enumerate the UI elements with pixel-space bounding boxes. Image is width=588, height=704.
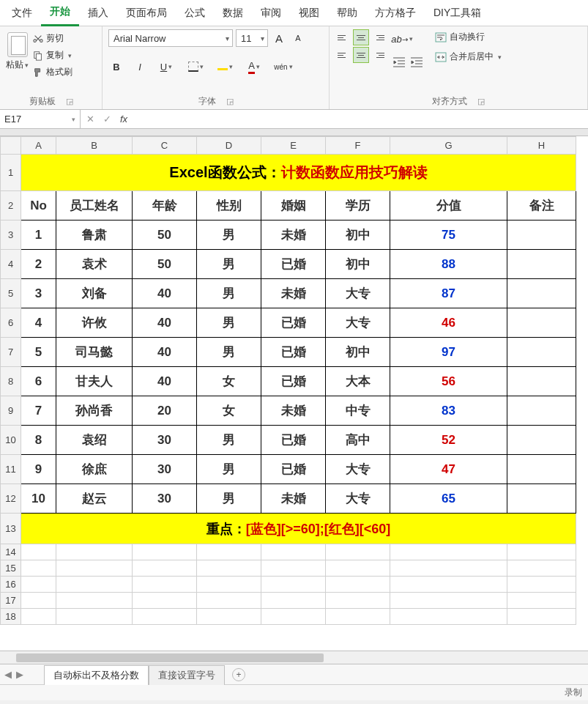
tab-nav-next[interactable]: ▶ — [16, 669, 23, 680]
paste-button[interactable]: 粘贴▾ — [6, 59, 29, 71]
col-header-D[interactable]: D — [197, 137, 261, 155]
horizontal-scrollbar[interactable] — [0, 651, 588, 664]
cell[interactable] — [133, 544, 197, 560]
row-header[interactable]: 14 — [1, 544, 21, 560]
cell[interactable] — [507, 396, 576, 426]
cell-score[interactable]: 88 — [390, 250, 507, 279]
align-top-right[interactable] — [371, 29, 387, 45]
menu-pagelayout[interactable]: 页面布局 — [117, 0, 176, 26]
cell[interactable]: 8 — [21, 426, 56, 455]
sheet-tab[interactable]: 直接设置字号 — [149, 665, 225, 685]
cell-score[interactable]: 46 — [390, 308, 507, 338]
italic-button[interactable]: I — [132, 59, 148, 75]
row-header[interactable]: 8 — [1, 367, 21, 396]
cell-score[interactable]: 75 — [390, 221, 507, 250]
row-header[interactable]: 18 — [1, 609, 21, 625]
cell[interactable]: 20 — [133, 396, 197, 426]
cell[interactable] — [390, 593, 507, 609]
cell[interactable]: 40 — [133, 279, 197, 308]
row-header[interactable]: 11 — [1, 455, 21, 484]
cell[interactable]: 甘夫人 — [56, 367, 133, 396]
cell[interactable]: 员工姓名 — [56, 191, 133, 221]
sheet-tab-active[interactable]: 自动标出不及格分数 — [44, 665, 149, 685]
cell[interactable]: 袁绍 — [56, 426, 133, 455]
cell[interactable] — [261, 593, 326, 609]
cell[interactable]: 已婚 — [261, 338, 326, 367]
cell[interactable]: 已婚 — [261, 250, 326, 279]
row-header[interactable]: 1 — [1, 155, 21, 191]
cell[interactable] — [21, 577, 56, 593]
row-header[interactable]: 6 — [1, 308, 21, 338]
cell[interactable] — [261, 544, 326, 560]
formula-cancel-button[interactable]: ✕ — [86, 114, 94, 125]
cell[interactable] — [21, 544, 56, 560]
cell[interactable]: 分值 — [390, 191, 507, 221]
row-header[interactable]: 10 — [1, 426, 21, 455]
cell[interactable] — [21, 560, 56, 577]
cell[interactable]: 男 — [197, 455, 261, 484]
cell[interactable]: 40 — [133, 367, 197, 396]
menu-help[interactable]: 帮助 — [328, 0, 366, 26]
col-header-F[interactable]: F — [326, 137, 390, 155]
cell[interactable]: 30 — [133, 455, 197, 484]
cell[interactable] — [56, 593, 133, 609]
menu-review[interactable]: 审阅 — [252, 0, 290, 26]
fill-color-button[interactable]: ▾ — [214, 59, 236, 75]
cell[interactable]: 1 — [21, 221, 56, 250]
cell[interactable]: 4 — [21, 308, 56, 338]
cell[interactable]: 女 — [197, 396, 261, 426]
pinyin-button[interactable]: wén▾ — [272, 59, 294, 75]
title-cell[interactable]: Excel函数公式：计数函数应用技巧解读 — [21, 155, 576, 191]
cell[interactable]: 初中 — [326, 221, 390, 250]
cell[interactable]: 年龄 — [133, 191, 197, 221]
cell[interactable] — [507, 577, 576, 593]
font-color-button[interactable]: A▾ — [243, 59, 265, 75]
merge-center-button[interactable]: 合并后居中▾ — [435, 51, 502, 63]
cell[interactable]: 已婚 — [261, 308, 326, 338]
cell[interactable] — [197, 577, 261, 593]
cell[interactable]: No — [21, 191, 56, 221]
menu-diy[interactable]: DIY工具箱 — [425, 0, 490, 26]
cell[interactable]: 30 — [133, 484, 197, 514]
decrease-font-button[interactable]: A — [290, 30, 306, 46]
cell[interactable]: 性别 — [197, 191, 261, 221]
cell[interactable]: 大专 — [326, 308, 390, 338]
clipboard-dialog-launcher[interactable]: ◲ — [66, 97, 73, 106]
cell[interactable]: 学历 — [326, 191, 390, 221]
col-header-G[interactable]: G — [390, 137, 507, 155]
cell[interactable]: 男 — [197, 250, 261, 279]
cell[interactable] — [507, 609, 576, 625]
cell[interactable] — [133, 609, 197, 625]
cell[interactable]: 男 — [197, 279, 261, 308]
cell[interactable]: 徐庶 — [56, 455, 133, 484]
cell[interactable]: 男 — [197, 338, 261, 367]
cell[interactable]: 初中 — [326, 250, 390, 279]
cell[interactable]: 未婚 — [261, 396, 326, 426]
cell-score[interactable]: 56 — [390, 367, 507, 396]
cell[interactable] — [326, 560, 390, 577]
align-top-left[interactable] — [335, 29, 351, 45]
cell[interactable]: 6 — [21, 367, 56, 396]
cell[interactable] — [261, 609, 326, 625]
cell[interactable] — [507, 338, 576, 367]
cell[interactable] — [197, 560, 261, 577]
col-header-H[interactable]: H — [507, 137, 576, 155]
cell[interactable]: 赵云 — [56, 484, 133, 514]
cell[interactable] — [390, 544, 507, 560]
col-header-E[interactable]: E — [261, 137, 326, 155]
row-header[interactable]: 12 — [1, 484, 21, 514]
cell[interactable]: 大本 — [326, 367, 390, 396]
cell[interactable] — [56, 577, 133, 593]
cell[interactable] — [197, 609, 261, 625]
cell[interactable]: 40 — [133, 338, 197, 367]
col-header-B[interactable]: B — [56, 137, 133, 155]
name-box[interactable]: E17 — [0, 110, 81, 128]
cell[interactable] — [507, 308, 576, 338]
cell[interactable] — [507, 250, 576, 279]
cell[interactable]: 刘备 — [56, 279, 133, 308]
cell[interactable]: 已婚 — [261, 455, 326, 484]
cell[interactable] — [326, 609, 390, 625]
menu-insert[interactable]: 插入 — [79, 0, 117, 26]
cell-score[interactable]: 65 — [390, 484, 507, 514]
cell[interactable] — [507, 221, 576, 250]
